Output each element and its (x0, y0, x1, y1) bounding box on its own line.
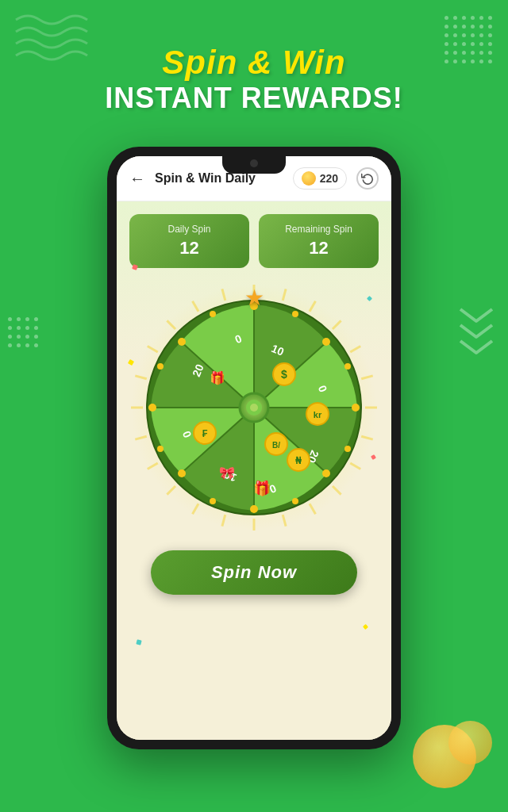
phone-mockup: ← Spin & Win Daily 220 (107, 147, 401, 749)
svg-point-47 (178, 469, 186, 477)
back-button[interactable]: ← (129, 170, 145, 188)
wheel-area: ★ (135, 289, 373, 527)
svg-point-52 (344, 446, 351, 452)
svg-text:B/: B/ (272, 441, 280, 450)
svg-point-55 (157, 446, 164, 452)
svg-text:₦: ₦ (295, 455, 302, 466)
history-button[interactable] (356, 167, 379, 190)
svg-text:kr: kr (314, 410, 322, 419)
svg-point-54 (210, 498, 216, 504)
coin-amount: 220 (320, 172, 338, 185)
header-section: Spin & Win INSTANT REWARDS! (0, 44, 508, 115)
remaining-spin-label: Remaining Spin (268, 224, 369, 235)
spin-win-title: Spin & Win (0, 44, 508, 82)
svg-point-53 (292, 498, 298, 504)
phone-camera (250, 159, 258, 167)
svg-text:🎁: 🎁 (210, 370, 225, 385)
remaining-spin-card: Remaining Spin 12 (259, 214, 379, 268)
svg-point-44 (352, 404, 360, 412)
svg-text:$: $ (281, 368, 287, 381)
coin-icon (302, 171, 316, 186)
spin-now-label: Spin Now (211, 562, 297, 583)
app-content: Daily Spin 12 Remaining Spin 12 (117, 201, 391, 740)
wheel-pointer: ★ (244, 285, 264, 311)
remaining-spin-value: 12 (268, 238, 369, 259)
bg-chevrons-decoration (452, 301, 500, 368)
bg-coin-decoration-2 (448, 721, 492, 764)
spin-wheel: 10 0 20 0 10 0 20 0 (143, 297, 365, 519)
svg-point-43 (322, 338, 330, 346)
svg-text:🎁: 🎁 (253, 480, 271, 497)
svg-point-48 (148, 404, 156, 412)
svg-point-51 (344, 363, 351, 370)
coin-badge: 220 (293, 167, 347, 190)
confetti-5 (136, 639, 141, 645)
confetti-6 (363, 624, 368, 630)
daily-spin-label: Daily Spin (139, 224, 240, 235)
confetti-1 (132, 264, 138, 270)
svg-point-49 (178, 338, 186, 346)
phone-frame: ← Spin & Win Daily 220 (107, 147, 401, 749)
svg-text:₣: ₣ (202, 428, 208, 439)
spin-cards-container: Daily Spin 12 Remaining Spin 12 (129, 214, 379, 268)
daily-spin-value: 12 (139, 238, 240, 259)
daily-spin-card: Daily Spin 12 (129, 214, 249, 268)
phone-screen: ← Spin & Win Daily 220 (117, 156, 391, 740)
bg-dots-mid-left (8, 317, 38, 347)
svg-point-73 (250, 404, 258, 412)
svg-point-50 (292, 311, 298, 317)
svg-point-57 (210, 311, 216, 317)
svg-point-56 (157, 363, 164, 370)
svg-point-46 (250, 505, 258, 513)
svg-point-45 (322, 469, 330, 477)
spin-now-button[interactable]: Spin Now (151, 550, 357, 595)
svg-text:🎀: 🎀 (219, 465, 235, 481)
instant-rewards-title: INSTANT REWARDS! (0, 82, 508, 115)
